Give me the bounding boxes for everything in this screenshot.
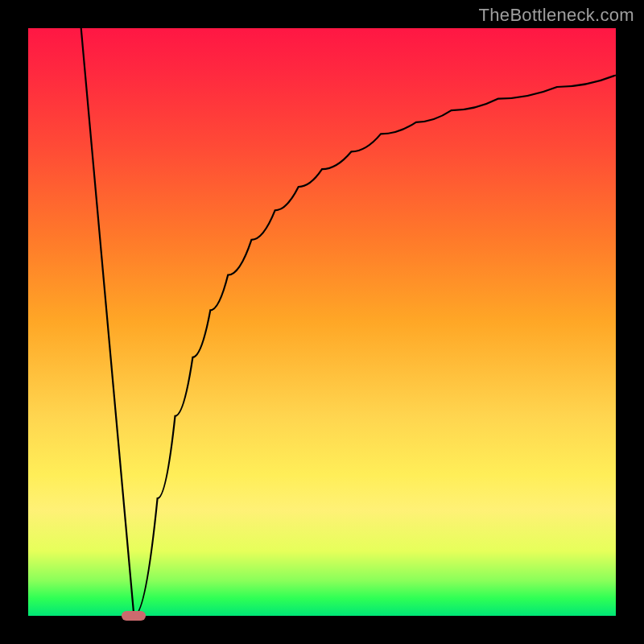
watermark-text: TheBottleneck.com: [479, 5, 634, 26]
plot-area: [28, 28, 616, 616]
curve-layer: [28, 28, 616, 616]
chart-frame: TheBottleneck.com: [0, 0, 644, 644]
left-line: [81, 28, 134, 616]
right-curve: [134, 75, 616, 616]
min-marker: [122, 611, 146, 621]
